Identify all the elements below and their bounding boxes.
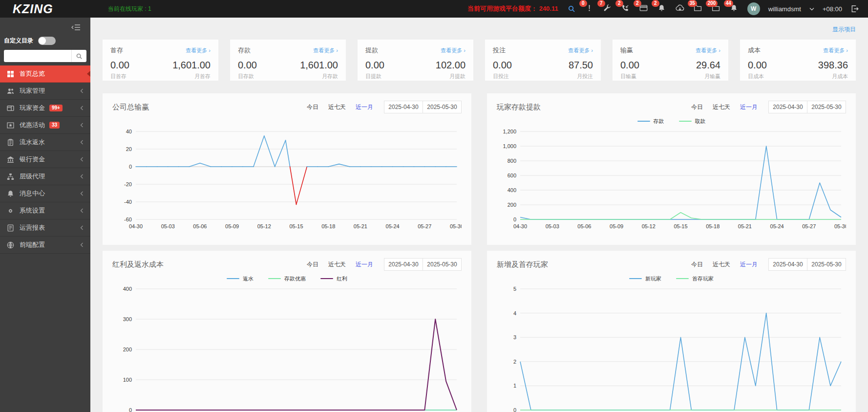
date-to-input[interactable] — [423, 258, 462, 271]
date-to-input[interactable] — [807, 258, 846, 271]
logout-icon[interactable] — [850, 4, 859, 13]
sidebar-item-star[interactable]: 优惠活动 33 — [0, 117, 90, 134]
svg-text:2: 2 — [513, 359, 516, 365]
cloud-icon[interactable] — [675, 4, 685, 14]
chart-panel-2: 红利及返水成本 今日 近七天 近一月 返水存款优惠红利 400300200100… — [103, 251, 471, 412]
legend-item[interactable]: 新玩家 — [629, 275, 661, 282]
filter-last-month[interactable]: 近一月 — [740, 260, 758, 269]
stat-month-value: 87.50 — [569, 60, 593, 71]
clipboard-icon — [7, 139, 15, 146]
date-from-input[interactable] — [768, 101, 807, 113]
show-items-link[interactable]: 显示项目 — [103, 18, 856, 40]
filter-last7days[interactable]: 近七天 — [713, 260, 730, 269]
sidebar-item-sitemap[interactable]: 层级代理 — [0, 168, 90, 185]
sidebar-search-input[interactable] — [4, 50, 71, 62]
filter-last-month[interactable]: 近一月 — [356, 260, 373, 269]
filter-last7days[interactable]: 近七天 — [328, 260, 346, 269]
legend-item[interactable]: 取款 — [679, 118, 706, 125]
avatar[interactable]: W — [747, 2, 760, 15]
sidebar-item-report[interactable]: 运营报表 — [0, 219, 90, 237]
chevron-left-icon — [80, 225, 84, 230]
svg-text:200: 200 — [123, 347, 132, 352]
folder-icon[interactable]: 35 — [693, 4, 703, 14]
alert-icon[interactable]: 0 — [585, 4, 594, 14]
sidebar-item-users[interactable]: 玩家管理 — [0, 83, 90, 100]
sidebar-item-bank[interactable]: 银行资金 — [0, 151, 90, 168]
chevron-down-icon[interactable] — [809, 7, 814, 11]
sidebar-item-label: 玩家资金 — [20, 104, 45, 112]
filter-last-month[interactable]: 近一月 — [356, 103, 373, 111]
sidebar-item-wallet[interactable]: 玩家资金 99+ — [0, 100, 90, 117]
legend-item[interactable]: 存款优惠 — [268, 275, 306, 282]
chevron-left-icon — [80, 208, 84, 213]
chevron-left-icon — [80, 88, 84, 93]
stat-card-5: 成本 查看更多 › 0.00 398.36 日成本 月成本 — [740, 40, 856, 81]
view-more-link[interactable]: 查看更多 › — [441, 47, 466, 54]
date-from-input[interactable] — [384, 101, 423, 113]
sidebar-item-label: 流水返水 — [20, 138, 45, 147]
stat-day-label: 日投注 — [493, 73, 509, 80]
folder-icon[interactable]: 200 — [711, 4, 721, 14]
filter-today[interactable]: 今日 — [307, 260, 318, 269]
sidebar-item-label: 消息中心 — [20, 189, 45, 198]
timezone[interactable]: +08:00 — [823, 5, 842, 13]
sidebar-item-grid[interactable]: 首页总览 — [0, 65, 90, 83]
line-chart: 400300200100004-3005-0305-0605-0905-1205… — [112, 285, 462, 412]
wrench-icon[interactable]: 7 — [603, 4, 613, 14]
date-from-input[interactable] — [768, 258, 807, 271]
sidebar-item-clipboard[interactable]: 流水返水 — [0, 134, 90, 151]
stat-month-value: 1,601.00 — [172, 60, 211, 71]
app-root: KZING 当前在线玩家 : 1 当前可用游戏平台额度： 240.11 0 7 … — [0, 0, 868, 412]
view-more-link[interactable]: 查看更多 › — [568, 47, 593, 54]
filter-last7days[interactable]: 近七天 — [328, 103, 346, 111]
legend-swatch — [629, 278, 642, 280]
filter-last-month[interactable]: 近一月 — [740, 103, 758, 111]
chart-legend — [112, 115, 462, 128]
stat-day-value: 0.00 — [365, 60, 384, 71]
sidebar-search-button[interactable] — [71, 50, 86, 62]
sidebar-item-gear[interactable]: 系统设置 — [0, 202, 90, 219]
custom-menu-toggle[interactable] — [38, 37, 56, 45]
stat-card-title: 存款 — [238, 46, 251, 55]
username[interactable]: williamdsmt — [768, 5, 801, 13]
legend-item[interactable]: 红利 — [320, 275, 347, 282]
platform-quota-label: 当前可用游戏平台额度： 240.11 — [467, 4, 558, 13]
sidebar-item-label: 银行资金 — [20, 155, 45, 164]
collapse-sidebar-button[interactable] — [0, 18, 90, 32]
legend-item[interactable]: 首存玩家 — [676, 275, 714, 282]
search-icon[interactable] — [567, 4, 576, 14]
stat-month-label: 月存款 — [322, 73, 338, 80]
card-icon[interactable]: 2 — [639, 4, 649, 14]
stat-cards-row: 首存 查看更多 › 0.00 1,601.00 日首存 月首存 存款 查看更多 … — [103, 40, 856, 81]
view-more-link[interactable]: 查看更多 › — [186, 47, 211, 54]
sidebar-item-globe[interactable]: 前端配置 — [0, 237, 90, 254]
legend-item[interactable]: 存款 — [637, 118, 664, 125]
view-more-link[interactable]: 查看更多 › — [313, 47, 338, 54]
bell-icon — [7, 190, 15, 197]
gear-icon — [7, 207, 15, 215]
filter-last7days[interactable]: 近七天 — [713, 103, 730, 111]
view-more-link[interactable]: 查看更多 › — [823, 47, 848, 54]
legend-item[interactable]: 返水 — [227, 275, 254, 282]
stat-day-label: 日成本 — [748, 73, 764, 80]
bell-icon[interactable]: 2 — [657, 4, 667, 14]
bell-icon[interactable]: 44 — [729, 4, 739, 14]
date-to-input[interactable] — [423, 101, 462, 113]
notification-badge: 0 — [579, 0, 587, 7]
sidebar-item-bell[interactable]: 消息中心 — [0, 185, 90, 202]
logo: KZING — [0, 2, 90, 16]
chevron-left-icon — [80, 242, 84, 247]
stat-day-value: 0.00 — [110, 60, 129, 71]
phone-icon[interactable]: 2 — [621, 4, 631, 14]
filter-today[interactable]: 今日 — [691, 260, 703, 269]
date-from-input[interactable] — [384, 258, 423, 271]
filter-today[interactable]: 今日 — [691, 103, 703, 111]
svg-text:40: 40 — [126, 129, 132, 134]
date-to-input[interactable] — [807, 101, 846, 113]
stat-card-1: 存款 查看更多 › 0.00 1,601.00 日存款 月存款 — [230, 40, 346, 81]
svg-text:100: 100 — [123, 377, 132, 383]
view-more-link[interactable]: 查看更多 › — [696, 47, 720, 54]
stat-month-value: 29.64 — [696, 60, 720, 71]
filter-today[interactable]: 今日 — [307, 103, 318, 111]
stat-month-label: 月输赢 — [704, 73, 720, 80]
